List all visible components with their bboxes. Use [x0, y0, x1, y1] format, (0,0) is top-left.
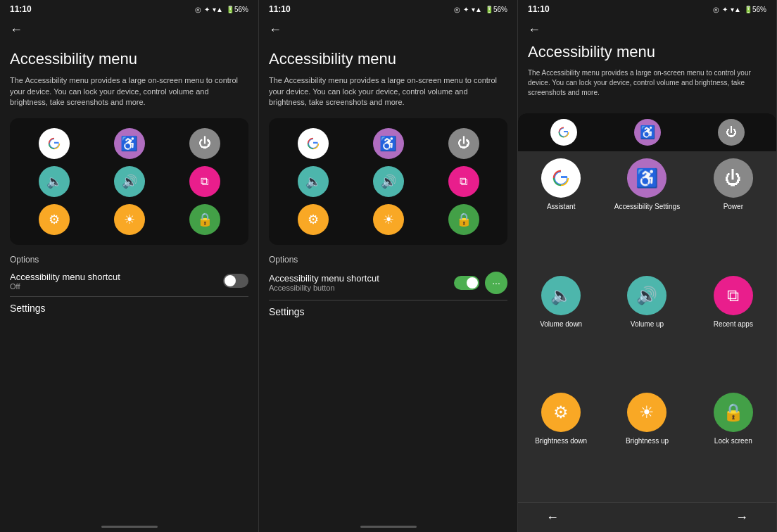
full-menu-accessibility-label: Accessibility Settings: [614, 202, 680, 211]
icon-accessibility-2: ♿: [354, 128, 422, 159]
icon-vol-up-2: 🔊: [354, 166, 422, 197]
panel-3: 11:10 ◎ ✦ ▾▲ 🔋56% ← Accessibility menu T…: [518, 0, 777, 532]
icon-assistant-2: [279, 128, 347, 159]
full-menu-accessibility[interactable]: ♿ Accessibility Settings: [604, 151, 690, 268]
battery-icon-3: 🔋56%: [744, 6, 766, 13]
full-menu-recent-label: Recent apps: [714, 319, 753, 329]
panel-content-1: Accessibility menu The Accessibility men…: [0, 43, 258, 523]
overlay-bottom-nav: ← →: [518, 502, 776, 532]
full-menu-bright-up[interactable]: ☀ Brightness up: [604, 386, 690, 502]
full-menu-assistant-label: Assistant: [547, 202, 576, 211]
icon-recent-2: ⧉: [429, 166, 498, 197]
shortcut-sub-1: Off: [10, 282, 223, 291]
options-label-1: Options: [10, 255, 248, 265]
shortcut-title-1: Accessibility menu shortcut: [10, 272, 223, 282]
status-time-3: 11:10: [528, 4, 550, 14]
wifi-icon-3: ▾▲: [731, 6, 741, 13]
settings-link-1[interactable]: Settings: [10, 303, 248, 314]
icon-vol-up-1: 🔊: [95, 166, 163, 197]
location-icon-3: ✦: [722, 6, 728, 13]
shortcut-sub-2: Accessibility button: [269, 284, 454, 292]
back-row-2: ←: [259, 17, 517, 43]
preview-accessibility: ♿: [634, 119, 661, 146]
home-indicator-1: [101, 526, 158, 528]
panel-2: 11:10 ◎ ✦ ▾▲ 🔋56% ← Accessibility menu T…: [259, 0, 518, 532]
icon-recent-1: ⧉: [170, 166, 239, 197]
fab-dots: ···: [492, 277, 500, 289]
divider-1: [10, 296, 248, 297]
shortcut-row-2: Accessibility menu shortcut Accessibilit…: [269, 272, 507, 294]
shortcut-toggle-2[interactable]: [454, 276, 479, 290]
back-button-3[interactable]: ←: [528, 23, 541, 37]
full-menu-power-label: Power: [724, 202, 743, 211]
home-indicator-2: [360, 526, 417, 528]
icon-power-2: ⏻: [429, 128, 498, 159]
icon-vol-down-2: 🔈: [279, 166, 347, 197]
full-menu-vol-down[interactable]: 🔈 Volume down: [518, 269, 604, 386]
full-menu-power[interactable]: ⏻ Power: [690, 151, 776, 268]
menu-preview-1: ♿ ⏻ 🔈 🔊: [10, 118, 248, 245]
full-menu-vol-up-label: Volume up: [631, 319, 664, 329]
full-menu-bright-down[interactable]: ⚙ Brightness down: [518, 386, 604, 502]
battery-icon: 🔋56%: [226, 6, 248, 13]
fab-button[interactable]: ···: [485, 272, 507, 294]
page-header-3: Accessibility menu The Accessibility men…: [518, 43, 776, 113]
nav-forward-button[interactable]: →: [735, 510, 748, 525]
toggle-knob-1: [225, 275, 236, 286]
panel-content-2: Accessibility menu The Accessibility men…: [259, 43, 517, 523]
full-menu-bright-down-label: Brightness down: [535, 436, 587, 445]
wifi-icon: ▾▲: [213, 6, 223, 13]
full-menu-lock-label: Lock screen: [714, 436, 752, 445]
icon-accessibility-1: ♿: [95, 128, 163, 159]
cast-icon-2: ◎: [454, 6, 460, 13]
icon-bright-down-2: ⚙: [279, 204, 347, 235]
divider-2: [269, 300, 507, 300]
shortcut-toggle-1[interactable]: [223, 274, 248, 288]
accessibility-menu-overlay: ♿ ⏻ Assistant: [518, 113, 776, 532]
panel-1: 11:10 ◎ ✦ ▾▲ 🔋56% ← Accessibility menu T…: [0, 0, 259, 532]
full-menu-assistant[interactable]: Assistant: [518, 151, 604, 268]
icon-lock-2: 🔒: [429, 204, 498, 235]
back-button-1[interactable]: ←: [10, 23, 23, 37]
google-icon-2: [305, 136, 321, 151]
back-row-1: ←: [0, 17, 258, 43]
page-desc-1: The Accessibility menu provides a large …: [10, 75, 248, 108]
back-button-2[interactable]: ←: [269, 23, 282, 37]
page-title-3: Accessibility menu: [528, 43, 766, 61]
full-menu-vol-up[interactable]: 🔊 Volume up: [604, 269, 690, 386]
icon-bright-down-1: ⚙: [20, 204, 88, 235]
location-icon: ✦: [204, 6, 210, 13]
status-time-2: 11:10: [269, 4, 291, 14]
toggle-knob-2: [467, 277, 478, 289]
google-icon: [46, 136, 62, 151]
page-title-2: Accessibility menu: [269, 50, 507, 68]
status-bar-2: 11:10 ◎ ✦ ▾▲ 🔋56%: [259, 0, 517, 17]
settings-link-2[interactable]: Settings: [269, 306, 507, 317]
full-menu-lock[interactable]: 🔒 Lock screen: [690, 386, 776, 502]
full-menu-grid: Assistant ♿ Accessibility Settings ⏻ Pow…: [518, 151, 776, 502]
page-title-1: Accessibility menu: [10, 50, 248, 68]
icon-vol-down-1: 🔈: [20, 166, 88, 197]
full-menu-recent[interactable]: ⧉ Recent apps: [690, 269, 776, 386]
cast-icon: ◎: [195, 6, 201, 13]
icon-lock-1: 🔒: [170, 204, 239, 235]
full-menu-bright-up-label: Brightness up: [626, 436, 669, 445]
cast-icon-3: ◎: [713, 6, 719, 13]
icon-bright-up-2: ☀: [354, 204, 422, 235]
status-time-1: 11:10: [10, 4, 32, 14]
status-icons-3: ◎ ✦ ▾▲ 🔋56%: [713, 6, 766, 13]
page-desc-2: The Accessibility menu provides a large …: [269, 75, 507, 108]
options-label-2: Options: [269, 255, 507, 265]
nav-back-button[interactable]: ←: [546, 510, 559, 525]
icon-power-1: ⏻: [170, 128, 239, 159]
menu-preview-2: ♿ ⏻ 🔈 🔊 ⧉ ⚙ ☀: [269, 118, 507, 245]
google-icon-full: [550, 167, 571, 189]
menu-grid-2: ♿ ⏻ 🔈 🔊 ⧉ ⚙ ☀: [279, 128, 498, 235]
wifi-icon-2: ▾▲: [472, 6, 482, 13]
status-bar-1: 11:10 ◎ ✦ ▾▲ 🔋56%: [0, 0, 258, 17]
icon-assistant-1: [20, 128, 88, 159]
battery-icon-2: 🔋56%: [485, 6, 507, 13]
status-icons-2: ◎ ✦ ▾▲ 🔋56%: [454, 6, 507, 13]
icon-bright-up-1: ☀: [95, 204, 163, 235]
full-menu-vol-down-label: Volume down: [540, 319, 582, 329]
